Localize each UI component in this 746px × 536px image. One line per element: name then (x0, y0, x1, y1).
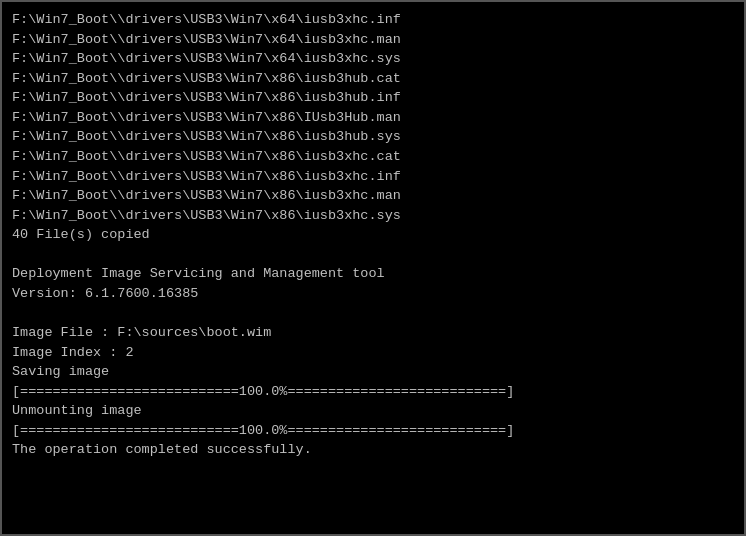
terminal-line: F:\Win7_Boot\\drivers\USB3\Win7\x86\iusb… (12, 88, 734, 108)
terminal-blank-line (12, 303, 734, 323)
terminal-line: F:\Win7_Boot\\drivers\USB3\Win7\x86\IUsb… (12, 108, 734, 128)
terminal-line: Saving image (12, 362, 734, 382)
terminal-line: F:\Win7_Boot\\drivers\USB3\Win7\x64\iusb… (12, 49, 734, 69)
terminal-line: F:\Win7_Boot\\drivers\USB3\Win7\x64\iusb… (12, 30, 734, 50)
terminal-line: Image Index : 2 (12, 343, 734, 363)
terminal-line: F:\Win7_Boot\\drivers\USB3\Win7\x64\iusb… (12, 10, 734, 30)
terminal-line: Deployment Image Servicing and Managemen… (12, 264, 734, 284)
terminal-line: [===========================100.0%======… (12, 382, 734, 402)
terminal-line: Unmounting image (12, 401, 734, 421)
terminal-line: F:\Win7_Boot\\drivers\USB3\Win7\x86\iusb… (12, 147, 734, 167)
terminal-line: F:\Win7_Boot\\drivers\USB3\Win7\x86\iusb… (12, 206, 734, 226)
terminal-line: [===========================100.0%======… (12, 421, 734, 441)
terminal-window: F:\Win7_Boot\\drivers\USB3\Win7\x64\iusb… (0, 0, 746, 536)
terminal-line: F:\Win7_Boot\\drivers\USB3\Win7\x86\iusb… (12, 186, 734, 206)
terminal-line: Image File : F:\sources\boot.wim (12, 323, 734, 343)
terminal-line: F:\Win7_Boot\\drivers\USB3\Win7\x86\iusb… (12, 69, 734, 89)
terminal-line: F:\Win7_Boot\\drivers\USB3\Win7\x86\iusb… (12, 127, 734, 147)
terminal-line: Version: 6.1.7600.16385 (12, 284, 734, 304)
terminal-blank-line (12, 245, 734, 265)
terminal-line: The operation completed successfully. (12, 440, 734, 460)
terminal-line: 40 File(s) copied (12, 225, 734, 245)
terminal-line: F:\Win7_Boot\\drivers\USB3\Win7\x86\iusb… (12, 167, 734, 187)
